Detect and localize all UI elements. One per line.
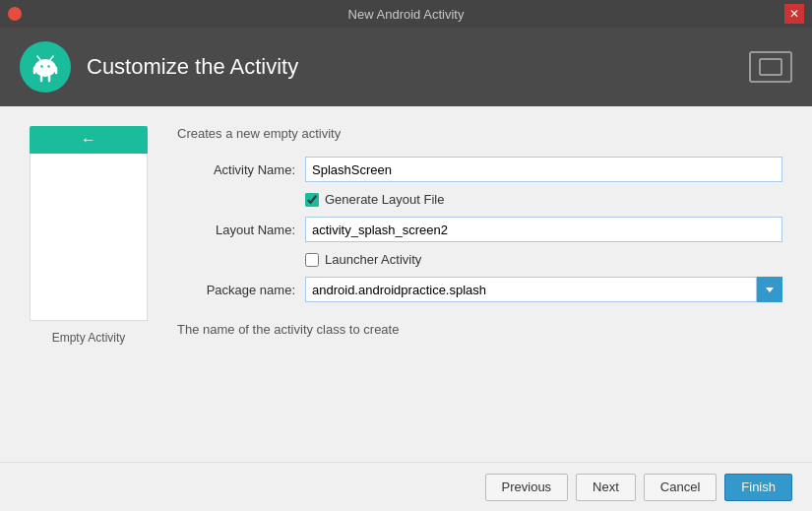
svg-marker-9 (766, 287, 774, 292)
generate-layout-label: Generate Layout File (325, 192, 444, 207)
package-name-label: Package name: (177, 283, 295, 297)
right-panel: Creates a new empty activity Activity Na… (177, 126, 782, 442)
phone-tablet-icon (749, 51, 792, 83)
svg-point-0 (34, 59, 56, 77)
activity-name-row: Activity Name: (177, 157, 782, 182)
activity-name-input[interactable] (305, 157, 782, 182)
back-arrow-icon: ← (81, 131, 96, 149)
left-panel: ← Empty Activity (30, 126, 148, 442)
cancel-button[interactable]: Cancel (644, 474, 717, 501)
traffic-lights (8, 7, 22, 21)
svg-line-4 (50, 56, 53, 60)
activity-type-label: Empty Activity (52, 331, 126, 345)
chevron-down-icon (764, 284, 776, 295)
generate-layout-checkbox[interactable] (305, 193, 319, 207)
svg-line-3 (37, 56, 40, 60)
description-text: Creates a new empty activity (177, 126, 782, 141)
package-name-row: Package name: (177, 277, 782, 302)
svg-point-1 (40, 65, 42, 67)
window-title: New Android Activity (348, 7, 465, 22)
launcher-activity-checkbox[interactable] (305, 253, 319, 267)
info-text: The name of the activity class to create (177, 322, 782, 337)
layout-name-input[interactable] (305, 217, 782, 242)
previous-button[interactable]: Previous (485, 474, 569, 501)
activity-preview (30, 154, 148, 321)
footer: Previous Next Cancel Finish (0, 462, 812, 511)
header: Customize the Activity (0, 28, 812, 106)
close-traffic-btn[interactable] (8, 7, 22, 21)
layout-name-label: Layout Name: (177, 223, 295, 237)
finish-button[interactable]: Finish (724, 474, 792, 501)
package-name-wrapper (305, 277, 782, 302)
svg-point-2 (47, 65, 49, 67)
back-nav-button[interactable]: ← (30, 126, 148, 154)
generate-layout-row: Generate Layout File (305, 192, 782, 207)
header-title: Customize the Activity (87, 54, 298, 80)
android-icon (30, 51, 61, 83)
window-close-button[interactable]: ✕ (784, 4, 804, 24)
form-area: Activity Name: Generate Layout File Layo… (177, 157, 782, 302)
package-name-input[interactable] (305, 277, 757, 302)
title-bar: New Android Activity ✕ (0, 0, 812, 28)
activity-name-label: Activity Name: (177, 162, 295, 177)
launcher-activity-row: Launcher Activity (305, 252, 782, 267)
package-name-dropdown-button[interactable] (757, 277, 782, 302)
android-logo (20, 41, 71, 93)
layout-name-row: Layout Name: (177, 217, 782, 242)
main-content: ← Empty Activity Creates a new empty act… (0, 106, 812, 462)
screen-icon (759, 58, 782, 76)
launcher-activity-label: Launcher Activity (325, 252, 421, 267)
next-button[interactable]: Next (576, 474, 636, 501)
